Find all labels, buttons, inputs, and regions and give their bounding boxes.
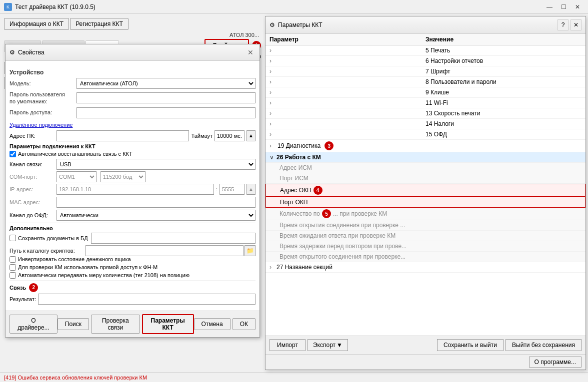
params-footer2: О программе... [266, 354, 586, 370]
params-kkt-icon: ⚙ [270, 21, 275, 28]
param-value-26-6 [430, 222, 582, 229]
exit-nosave-button[interactable]: Выйти без сохранения [506, 339, 582, 351]
expand-icon-8: › [270, 78, 276, 85]
invert-row: Инвертировать состояние денежного ящика [10, 256, 256, 263]
params-close-button[interactable]: ✕ [570, 19, 582, 30]
main-area: Информация о ККТ Регистрация ККТ Запросы… [0, 14, 588, 372]
param-row-26-4[interactable]: Порт ОКП [266, 197, 586, 208]
param-row-13[interactable]: › 13 Скорость печати [266, 108, 586, 119]
params-header: Параметр Значение [266, 34, 586, 45]
param-value-26-5 [430, 209, 582, 218]
param-label-26-2: Порт ИСМ [280, 175, 430, 182]
result-input[interactable] [38, 294, 256, 305]
channel-row: Канал связи: USB [10, 159, 256, 170]
param-row-26[interactable]: ∨ 26 Работа с КМ [266, 152, 586, 163]
info-kkt-button[interactable]: Информация о ККТ [4, 18, 69, 30]
param-row-26-1[interactable]: Адрес ИСМ [266, 163, 586, 173]
dialog-svoystva-close[interactable]: ✕ [246, 47, 256, 57]
param-row-9[interactable]: › 9 Клише [266, 87, 586, 98]
param-value-26-4 [430, 199, 581, 206]
param-row-26-3[interactable]: Адрес ОКП 4 [266, 184, 586, 197]
ip-input[interactable] [56, 184, 214, 195]
search-button[interactable]: Поиск [58, 318, 89, 330]
cancel-button[interactable]: Отмена [194, 318, 230, 330]
param-row-11[interactable]: › 11 Wi-Fi [266, 98, 586, 108]
timeout-label: Таймаут [191, 133, 212, 139]
params-title-left: ⚙ Параметры ККТ [270, 21, 322, 28]
check-conn-button[interactable]: Проверка связи [91, 315, 140, 334]
params-footer: Импорт Экспорт ▼ Сохранить и выйти Выйти… [266, 336, 586, 354]
save-exit-button[interactable]: Сохранить и выйти [437, 339, 504, 351]
about-driver-button[interactable]: О драйвере... [10, 315, 58, 334]
param-value-26-1 [430, 164, 582, 171]
ofd-channel-select[interactable]: Автоматически [56, 210, 256, 221]
param-row-26-6[interactable]: Время открытия соединения при проверке .… [266, 220, 586, 231]
param-row-26-5[interactable]: Количество по 5 ... при проверке КМ [266, 208, 586, 220]
model-select[interactable]: Автоматически (АТОЛ) [76, 78, 256, 89]
param-row-26-7[interactable]: Время ожидания ответа при проверке КМ [266, 231, 586, 241]
param-row-26-2[interactable]: Порт ИСМ [266, 173, 586, 184]
invert-checkbox[interactable] [10, 256, 16, 263]
param-row-6[interactable]: › 6 Настройки отчетов [266, 56, 586, 66]
param-label-26-4: Порт ОКП [280, 199, 430, 206]
badge-5: 5 [322, 209, 331, 218]
about-button[interactable]: О программе... [529, 357, 582, 368]
param-row-14[interactable]: › 14 Налоги [266, 119, 586, 129]
channel-select[interactable]: USB [56, 159, 256, 170]
expand-icon-6: › [270, 57, 276, 64]
com-select[interactable]: COM1 [56, 171, 96, 182]
ip-port-input[interactable] [220, 184, 244, 195]
reg-kkt-button[interactable]: Регистрация ККТ [70, 18, 128, 30]
expand-icon-14: › [270, 120, 276, 127]
dialog-svoystva-footer: О драйвере... Поиск Проверка связи Парам… [6, 311, 260, 337]
ok-button[interactable]: ОК [232, 318, 256, 330]
param-row-15[interactable]: › 15 ОФД [266, 129, 586, 140]
params-kkt-title: ⚙ Параметры ККТ ? ✕ [266, 16, 586, 34]
param-row-8[interactable]: › 8 Пользователи и пароли [266, 77, 586, 87]
maximize-button[interactable]: ☐ [557, 2, 570, 12]
param-row-5[interactable]: › 5 Печать [266, 45, 586, 56]
params-kkt-button[interactable]: Параметры ККТ [142, 314, 194, 334]
export-button[interactable]: Экспорт ▼ [308, 339, 348, 351]
remote-conn-link[interactable]: Удалённое подключение [10, 122, 72, 128]
dialog-svoystva-title: ⚙ Свойства ✕ [6, 44, 260, 61]
mac-label: МАС-адрес: [10, 199, 54, 205]
docs-path-input[interactable] [91, 233, 256, 244]
close-button[interactable]: ✕ [571, 2, 584, 12]
auto-measure-checkbox[interactable] [10, 272, 16, 279]
result-label: Результат: [10, 296, 36, 302]
user-pass-input[interactable] [76, 92, 256, 103]
params-body[interactable]: › 5 Печать › 6 Настройки отчетов › 7 Шри… [266, 45, 586, 336]
param-value-26-3 [430, 186, 581, 195]
com-label: СОМ-порт: [10, 174, 54, 180]
param-row-7[interactable]: › 7 Шрифт [266, 66, 586, 77]
param-row-26-9[interactable]: Время открытого соединения при проверке.… [266, 252, 586, 262]
port-spin[interactable]: ▲ [246, 184, 256, 195]
save-docs-row: Сохранять документы в БД [10, 233, 256, 244]
access-pass-input[interactable] [76, 107, 256, 118]
save-docs-checkbox[interactable] [10, 235, 16, 241]
model-row: Модель: Автоматически (АТОЛ) [10, 78, 256, 89]
minimize-button[interactable]: — [543, 2, 556, 12]
timeout-spin[interactable]: ▲ [246, 130, 256, 141]
param-label-26-7: Время ожидания ответа при проверке КМ [280, 232, 430, 239]
param-row-26-8[interactable]: Время задержки перед повтором при прове.… [266, 241, 586, 252]
com-row: СОМ-порт: COM1 115200 бод [10, 171, 256, 182]
access-pass-label: Пароль доступа: [10, 109, 74, 116]
params-kkt-label: Параметры ККТ [278, 21, 322, 28]
expand-icon-5: › [270, 47, 276, 54]
param-row-27[interactable]: › 27 Название секций [266, 262, 586, 273]
params-help-button[interactable]: ? [558, 19, 568, 30]
direct-km-checkbox[interactable] [10, 264, 16, 271]
baud-select[interactable]: 115200 бод [100, 171, 146, 182]
param-row-19[interactable]: › 19 Диагностика 3 [266, 140, 586, 152]
path-label: Путь к каталогу скриптов: [10, 248, 84, 254]
mac-input[interactable] [56, 197, 256, 208]
addr-pk-input[interactable] [56, 130, 189, 141]
badge-3: 3 [324, 141, 334, 150]
folder-browse-button[interactable]: 📁 [244, 245, 256, 256]
timeout-input[interactable] [214, 130, 244, 141]
path-input[interactable] [86, 245, 244, 256]
import-button[interactable]: Импорт [270, 339, 306, 351]
auto-restore-checkbox[interactable] [10, 151, 16, 157]
